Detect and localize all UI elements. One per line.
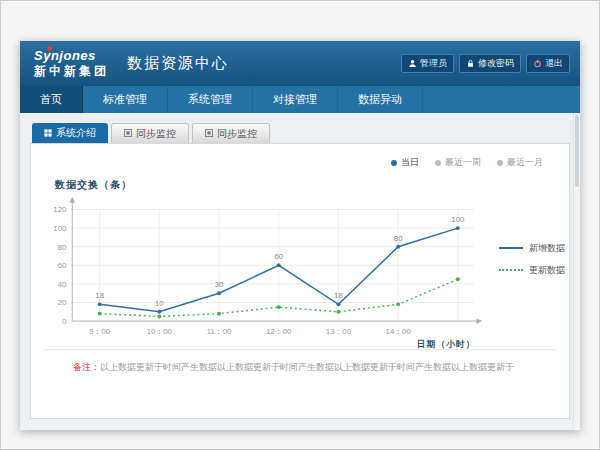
svg-text:0: 0 (62, 317, 67, 326)
logout-icon (533, 59, 542, 68)
dotted-line-icon (499, 269, 523, 271)
solid-line-icon (499, 247, 523, 249)
change-password-label: 修改密码 (478, 57, 514, 70)
divider (45, 349, 555, 350)
time-range-legend: 当日 最近一周 最近一月 (391, 156, 543, 169)
series-legend: 新增数据 更新数据 (499, 233, 565, 286)
footnote-prefix: 备注： (73, 362, 100, 372)
svg-text:10: 10 (155, 299, 164, 308)
series-legend-update-data[interactable]: 更新数据 (499, 264, 565, 277)
chart-panel: 当日 最近一周 最近一月 数据交换（条） 0204060801001209：00… (30, 143, 570, 419)
svg-text:40: 40 (58, 280, 67, 289)
app-window: Synjones 新中新集团 数据资源中心 管理员 修改密码 退出 (20, 41, 580, 430)
nav-item-connect-mgmt[interactable]: 对接管理 (253, 86, 338, 113)
svg-text:18: 18 (334, 291, 343, 300)
change-password-button[interactable]: 修改密码 (459, 54, 521, 73)
grid-icon (44, 128, 52, 139)
header-buttons: 管理员 修改密码 退出 (401, 54, 570, 73)
series-legend-new-data[interactable]: 新增数据 (499, 242, 565, 255)
dot-icon (435, 160, 441, 166)
lock-icon (466, 59, 475, 68)
svg-text:18: 18 (95, 291, 104, 300)
tab-sync-monitor-1[interactable]: 同步监控 (111, 123, 189, 143)
svg-text:60: 60 (58, 261, 67, 270)
tab-sync-monitor-2-label: 同步监控 (217, 127, 257, 141)
svg-text:80: 80 (394, 234, 403, 243)
brand-logo: Synjones 新中新集团 (34, 49, 109, 77)
admin-user-button[interactable]: 管理员 (401, 54, 454, 73)
legend-filter-last-week[interactable]: 最近一周 (435, 156, 481, 169)
admin-user-label: 管理员 (420, 57, 447, 70)
tab-sync-monitor-1-label: 同步监控 (136, 127, 176, 141)
nav-item-system-mgmt[interactable]: 系统管理 (168, 86, 253, 113)
svg-text:100: 100 (53, 224, 67, 233)
page-title: 数据资源中心 (127, 54, 229, 73)
main-nav: 首页 标准管理 系统管理 对接管理 数据异动 (20, 86, 580, 113)
monitor-icon (205, 128, 213, 139)
line-chart: 0204060801001209：0010：0011：0012：0013：001… (39, 190, 497, 368)
svg-text:14：00: 14：00 (386, 327, 412, 336)
svg-text:9：00: 9：00 (89, 327, 111, 336)
svg-text:30: 30 (215, 280, 224, 289)
footnote: 备注：以上数据更新于时间产生数据以上数据更新于时间产生数据以上数据更新于时间产生… (73, 361, 553, 375)
svg-text:60: 60 (274, 252, 283, 261)
brand-logo-cn: 新中新集团 (34, 65, 109, 78)
monitor-icon (124, 128, 132, 139)
chart-wrap: 0204060801001209：0010：0011：0012：0013：001… (39, 190, 565, 368)
svg-text:120: 120 (53, 205, 67, 214)
footnote-text: 以上数据更新于时间产生数据以上数据更新于时间产生数据以上数据更新于时间产生数据以… (100, 362, 514, 372)
scrollbar[interactable] (573, 113, 580, 430)
brand-logo-en: Synjones (34, 49, 109, 63)
legend-filter-today-label: 当日 (401, 156, 419, 169)
svg-text:日期（小时）: 日期（小时） (417, 340, 476, 350)
svg-text:11：00: 11：00 (207, 327, 232, 336)
legend-filter-last-month[interactable]: 最近一月 (497, 156, 543, 169)
content-area: 系统介绍 同步监控 同步监控 当日 (20, 113, 580, 430)
nav-item-home[interactable]: 首页 (20, 86, 83, 113)
dot-icon (391, 160, 397, 166)
svg-text:100: 100 (451, 215, 465, 224)
tab-system-intro-label: 系统介绍 (56, 126, 96, 140)
svg-text:10：00: 10：00 (147, 327, 173, 336)
series-legend-new-data-label: 新增数据 (529, 242, 565, 255)
svg-text:12：00: 12：00 (266, 327, 292, 336)
svg-text:80: 80 (58, 243, 67, 252)
tab-bar: 系统介绍 同步监控 同步监控 (32, 123, 570, 143)
tab-system-intro[interactable]: 系统介绍 (32, 123, 108, 143)
nav-item-data-change[interactable]: 数据异动 (338, 86, 423, 113)
user-icon (408, 59, 417, 68)
series-legend-update-data-label: 更新数据 (529, 264, 565, 277)
legend-filter-last-week-label: 最近一周 (445, 156, 481, 169)
logout-label: 退出 (545, 57, 563, 70)
legend-filter-today[interactable]: 当日 (391, 156, 419, 169)
nav-item-standard-mgmt[interactable]: 标准管理 (83, 86, 168, 113)
dot-icon (497, 160, 503, 166)
svg-text:13：00: 13：00 (326, 327, 352, 336)
svg-text:20: 20 (58, 298, 67, 307)
scrollbar-thumb[interactable] (575, 115, 579, 187)
tab-sync-monitor-2[interactable]: 同步监控 (192, 123, 270, 143)
legend-filter-last-month-label: 最近一月 (507, 156, 543, 169)
logout-button[interactable]: 退出 (526, 54, 570, 73)
app-header: Synjones 新中新集团 数据资源中心 管理员 修改密码 退出 (20, 41, 580, 86)
